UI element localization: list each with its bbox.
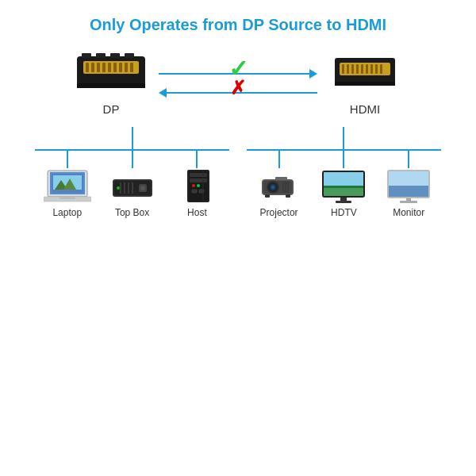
svg-rect-14 xyxy=(110,53,120,58)
svg-rect-18 xyxy=(342,64,344,74)
laptop-icon xyxy=(44,168,91,204)
svg-rect-80 xyxy=(400,201,417,203)
hdtv-label: HDTV xyxy=(331,207,357,218)
topbox-icon xyxy=(109,168,156,204)
forward-arrowhead xyxy=(309,69,317,79)
left-vert-line xyxy=(132,127,133,149)
svg-marker-61 xyxy=(255,176,262,182)
svg-rect-20 xyxy=(351,64,354,74)
host-icon xyxy=(173,168,221,204)
left-vert-2 xyxy=(132,151,133,168)
hdmi-connector-box: HDMI xyxy=(317,50,413,116)
svg-point-45 xyxy=(117,186,120,190)
svg-rect-48 xyxy=(190,173,207,177)
tree-top-splits: Laptop xyxy=(26,127,450,218)
svg-rect-27 xyxy=(335,82,395,86)
right-devices-row: Projector xyxy=(247,168,441,218)
svg-rect-4 xyxy=(97,63,100,72)
left-vert-3 xyxy=(196,151,198,168)
left-branch: Laptop xyxy=(35,127,229,218)
svg-rect-67 xyxy=(286,194,290,198)
tree-diagram: Laptop xyxy=(26,127,450,218)
monitor-device: Monitor xyxy=(385,168,432,218)
page: Only Operates from DP Source to HDMI xyxy=(0,0,476,476)
svg-point-60 xyxy=(271,186,274,189)
host-label: Host xyxy=(187,207,207,218)
svg-rect-8 xyxy=(119,63,122,72)
svg-rect-23 xyxy=(366,64,368,74)
monitor-icon xyxy=(385,168,432,204)
svg-rect-49 xyxy=(190,178,207,182)
monitor-label: Monitor xyxy=(393,207,424,218)
dp-connector-icon xyxy=(75,50,147,98)
svg-rect-62 xyxy=(275,177,287,180)
left-vert-1 xyxy=(67,151,68,168)
svg-point-51 xyxy=(197,184,200,187)
dp-connector-box: DP xyxy=(63,50,159,116)
right-vert-3 xyxy=(408,151,409,168)
hdmi-label: HDMI xyxy=(350,102,380,116)
cross-icon: ✗ xyxy=(230,77,246,99)
svg-rect-72 xyxy=(324,188,363,196)
svg-rect-9 xyxy=(125,63,128,72)
svg-rect-11 xyxy=(77,83,145,88)
svg-rect-74 xyxy=(336,201,351,203)
page-title: Only Operates from DP Source to HDMI xyxy=(90,16,386,34)
svg-rect-2 xyxy=(86,63,89,72)
right-vert-2 xyxy=(343,151,344,168)
svg-rect-22 xyxy=(361,64,363,74)
topbox-label: Top Box xyxy=(115,207,149,218)
projector-device: Projector xyxy=(255,168,303,218)
left-sub-verts xyxy=(35,151,229,168)
svg-rect-36 xyxy=(60,197,75,199)
svg-rect-10 xyxy=(130,63,133,72)
svg-rect-3 xyxy=(91,63,94,72)
host-device: Host xyxy=(173,168,221,218)
hdtv-device: HDTV xyxy=(320,168,367,218)
svg-rect-25 xyxy=(375,64,378,74)
svg-rect-5 xyxy=(102,63,106,72)
svg-rect-66 xyxy=(265,194,270,198)
svg-rect-78 xyxy=(389,186,428,197)
svg-rect-7 xyxy=(113,63,117,72)
topbox-device: Top Box xyxy=(109,168,156,218)
svg-rect-24 xyxy=(370,64,373,74)
svg-rect-12 xyxy=(82,53,91,58)
hdtv-icon xyxy=(320,168,367,204)
svg-rect-6 xyxy=(108,63,111,72)
right-sub-verts xyxy=(247,151,441,168)
dp-label: DP xyxy=(103,102,120,116)
laptop-label: Laptop xyxy=(52,207,82,218)
right-branch: Projector xyxy=(247,127,441,218)
laptop-device: Laptop xyxy=(44,168,91,218)
svg-point-44 xyxy=(140,186,145,190)
connector-diagram: DP ✓ ✗ xyxy=(8,50,468,116)
svg-rect-52 xyxy=(192,190,197,193)
svg-point-50 xyxy=(192,184,195,187)
projector-label: Projector xyxy=(260,207,298,218)
backward-arrow-row: ✗ xyxy=(159,88,317,98)
left-horiz-line xyxy=(35,149,229,151)
svg-rect-13 xyxy=(96,53,106,58)
left-devices-row: Laptop xyxy=(35,168,229,218)
svg-rect-15 xyxy=(125,53,134,58)
projector-icon xyxy=(255,168,303,204)
right-vert-1 xyxy=(278,151,280,168)
backward-arrowhead xyxy=(159,88,167,98)
svg-rect-19 xyxy=(347,64,349,74)
hdmi-connector-icon xyxy=(333,50,397,98)
svg-rect-26 xyxy=(380,64,382,74)
arrows-area: ✓ ✗ xyxy=(159,69,317,98)
svg-rect-21 xyxy=(356,64,359,74)
right-vert-line xyxy=(343,127,344,149)
